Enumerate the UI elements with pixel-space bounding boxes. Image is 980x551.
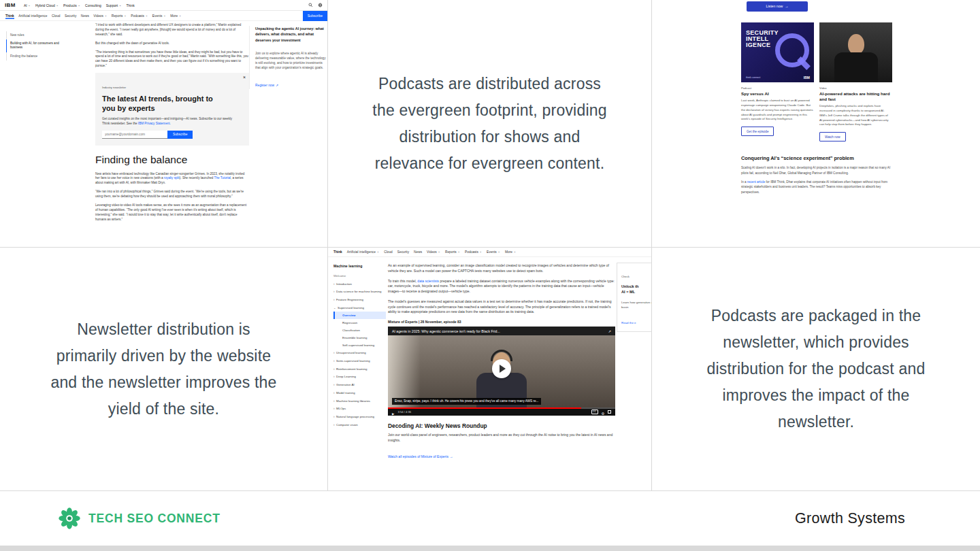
sidebar-item[interactable]: Machine learning libraries <box>333 397 386 405</box>
sidebar-item[interactable]: Welcome <box>333 272 386 280</box>
toc-item[interactable]: New rules <box>6 31 65 39</box>
panel-grid: IBM AI Hybrid Cloud Products Consulting … <box>0 0 980 491</box>
share-icon[interactable] <box>608 329 611 333</box>
subnav-item-security[interactable]: Security <box>65 14 76 18</box>
captions-icon[interactable]: CC <box>591 410 598 414</box>
sidebar-item[interactable]: Natural language processing <box>333 413 386 421</box>
fullscreen-icon[interactable] <box>608 410 611 414</box>
sidebar-item-expanded[interactable]: Supervised learning <box>333 304 386 312</box>
subnav-item-more[interactable]: More <box>505 250 516 254</box>
video-frame[interactable]: Enso, Snap, stripe, payo. I think uh. He… <box>388 335 615 407</box>
presenter-body <box>834 52 878 82</box>
docs-paragraph: The model's guesses are measured against… <box>388 299 615 315</box>
subnav-item-reports[interactable]: Reports <box>445 250 460 254</box>
sidebar-subitem[interactable]: Ensemble learning <box>333 334 386 341</box>
sidebar-item[interactable]: Generative AI <box>333 381 386 389</box>
promo-title: Unlock th AI = ML <box>621 284 652 295</box>
promo-link[interactable]: Read the e <box>621 321 636 324</box>
sidebar-item[interactable]: Introduction <box>333 280 386 288</box>
subnav-item-events[interactable]: Events <box>152 14 166 18</box>
series-description: Join our world-class panel of engineers,… <box>388 433 615 444</box>
nav-item-support[interactable]: Support <box>106 3 122 7</box>
subnav-item-videos[interactable]: Videos <box>427 250 440 254</box>
subnav-item-news[interactable]: News <box>81 14 89 18</box>
sidebar-item[interactable]: Reinforcement learning <box>333 365 386 373</box>
privacy-statement-link[interactable]: IBM Privacy Statement. <box>138 122 171 125</box>
subnav-item-more[interactable]: More <box>170 14 181 18</box>
article-paragraph: Scaling AI doesn't work in a silo. In fa… <box>741 165 893 176</box>
content-cards: SECURITY INTELL IGENCE think connect IBM… <box>741 22 893 142</box>
subnav-item-events[interactable]: Events <box>487 250 500 254</box>
chevron-down-icon <box>78 3 80 7</box>
nav-item-think[interactable]: Think <box>127 3 135 7</box>
sidebar-item[interactable]: Feature Engineering <box>333 296 386 304</box>
email-input[interactable] <box>102 131 167 139</box>
nav-item-products[interactable]: Products <box>63 3 80 7</box>
article-paragraph: In a recent article for IBM Think, Dhar … <box>741 180 893 195</box>
card-title[interactable]: AI-powered attacks are hitting hard and … <box>819 91 892 102</box>
chevron-right-icon <box>333 375 335 379</box>
sidebar-subitem-active[interactable]: Overview <box>333 312 386 319</box>
play-button[interactable] <box>492 359 511 378</box>
subnav-item-news[interactable]: News <box>414 250 422 254</box>
nav-item-consulting[interactable]: Consulting <box>85 3 101 7</box>
royalty-split-link[interactable]: royalty split <box>164 176 180 180</box>
card-body: Last week, Anthropic claimed to bust an … <box>741 99 814 122</box>
toc-item-active[interactable]: Building with AI, for consumers and busi… <box>6 39 65 52</box>
sidebar-item[interactable]: Deep Learning <box>333 373 386 381</box>
caption-overlay: Enso, Snap, stripe, payo. I think uh. He… <box>392 398 541 405</box>
subnav-item-podcasts[interactable]: Podcasts <box>465 250 482 254</box>
sidebar-item[interactable]: Model training <box>333 389 386 397</box>
subnav-item-artificial-intelligence[interactable]: Artificial intelligence <box>18 14 47 18</box>
data-scientists-link[interactable]: data scientists <box>417 279 439 283</box>
register-now-link[interactable]: Register now <box>255 84 278 87</box>
subnav-item-think[interactable]: Think <box>5 13 14 19</box>
search-icon[interactable] <box>308 3 313 7</box>
article-paragraph: Leveraging video-to-video AI tools makes… <box>95 203 249 222</box>
sidebar-item[interactable]: Unsupervised learning <box>333 349 386 357</box>
newsletter-subscribe-button[interactable]: Subscribe <box>167 131 193 139</box>
globe-icon[interactable] <box>318 3 323 7</box>
toc-item[interactable]: Finding the balance <box>6 52 65 61</box>
sidebar-item[interactable]: Semi-supervised learning <box>333 357 386 365</box>
video-title: AI agents in 2025: Why agentic commerce … <box>392 329 500 333</box>
bottom-strip <box>0 546 980 551</box>
sidebar-subitem[interactable]: Regression <box>333 319 386 327</box>
watch-now-button[interactable]: Watch now <box>819 132 846 141</box>
subnav-item-cloud[interactable]: Cloud <box>52 14 61 18</box>
subnav-item-think[interactable]: Think <box>333 250 342 254</box>
presenter-photo[interactable] <box>819 22 892 82</box>
card-title[interactable]: Spy versus AI <box>741 91 769 97</box>
subnav-item-security[interactable]: Security <box>397 250 409 254</box>
nav-item-ai[interactable]: AI <box>24 3 31 7</box>
subscribe-button[interactable]: Subscribe <box>303 11 327 21</box>
ibm-logo[interactable]: IBM <box>5 2 16 8</box>
subnav-item-reports[interactable]: Reports <box>112 14 127 18</box>
subnav-item-cloud[interactable]: Cloud <box>384 250 393 254</box>
tech-seo-connect-logo: TECH SEO CONNECT <box>57 506 220 531</box>
chevron-down-icon <box>438 250 440 254</box>
get-episode-button[interactable]: Get the episode <box>741 127 774 136</box>
sidebar-item[interactable]: Computer vision <box>333 421 386 429</box>
subnav-item-videos[interactable]: Videos <box>93 14 107 18</box>
sidebar-item[interactable]: Data science for machine learning <box>333 288 386 296</box>
article-paragraph: “I tried to work with different develope… <box>95 23 249 37</box>
recent-article-link[interactable]: recent article <box>747 180 765 184</box>
nav-item-hybrid-cloud[interactable]: Hybrid Cloud <box>35 3 59 7</box>
close-icon[interactable] <box>243 75 246 80</box>
sidebar-item[interactable]: MLOps <box>333 405 386 413</box>
listen-now-button[interactable]: Listen now <box>747 1 808 12</box>
watch-all-episodes-link[interactable]: Watch all episodes of Mixture of Experts… <box>388 454 453 458</box>
subnav-item-podcasts[interactable]: Podcasts <box>131 14 148 18</box>
sidebar-subitem[interactable]: Classification <box>333 327 386 334</box>
chevron-down-icon <box>333 306 336 310</box>
newsletter-article: Conquering AI's “science experiment” pro… <box>741 155 893 195</box>
article-paragraph: But this changed with the dawn of genera… <box>95 41 249 46</box>
video-title-bar: AI agents in 2025: Why agentic commerce … <box>388 327 615 335</box>
chevron-down-icon <box>56 3 59 7</box>
content-type-tag: Podcast <box>741 86 751 90</box>
the-tutorial-link[interactable]: The Tutorial <box>214 176 231 180</box>
sidebar-subitem[interactable]: Self-supervised learning <box>333 341 386 349</box>
subnav-item-artificial-intelligence[interactable]: Artificial intelligence <box>347 250 379 254</box>
security-intelligence-artwork[interactable]: SECURITY INTELL IGENCE think connect IBM <box>741 22 814 82</box>
